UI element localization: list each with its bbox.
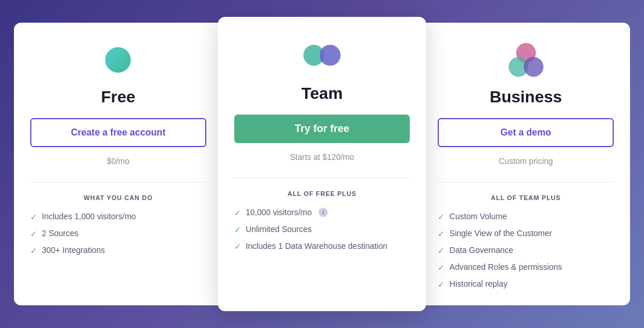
feature-text: Historical replay xyxy=(449,279,507,288)
business-plan-name: Business xyxy=(489,88,562,106)
list-item: ✓ 2 Sources xyxy=(30,229,206,238)
list-item: ✓ Single View of the Customer xyxy=(438,229,614,238)
free-divider xyxy=(30,182,206,183)
free-plan-name: Free xyxy=(101,88,135,106)
check-icon: ✓ xyxy=(438,246,445,255)
team-section-label: ALL OF FREE PLUS xyxy=(288,190,356,197)
team-cta-button[interactable]: Try for free xyxy=(234,115,410,143)
business-section-label: ALL OF TEAM PLUS xyxy=(491,194,561,201)
business-plan-price: Custom pricing xyxy=(499,156,553,166)
plan-card-free: Free Create a free account $0/mo WHAT YO… xyxy=(14,23,223,305)
team-plan-name: Team xyxy=(301,84,342,103)
list-item: ✓ Data Governance xyxy=(438,245,614,255)
business-cta-button[interactable]: Get a demo xyxy=(438,118,614,147)
check-icon: ✓ xyxy=(438,212,445,222)
list-item: ✓ Custom Volume xyxy=(438,212,614,222)
list-item: ✓ 300+ Integrations xyxy=(30,245,206,255)
check-icon: ✓ xyxy=(30,212,37,222)
check-icon: ✓ xyxy=(438,280,445,289)
info-icon[interactable]: i xyxy=(319,208,328,217)
check-icon: ✓ xyxy=(234,225,241,234)
list-item: ✓ Unlimited Sources xyxy=(234,224,410,234)
feature-text: Single View of the Customer xyxy=(449,229,552,238)
free-section-label: WHAT YOU CAN DO xyxy=(84,194,153,201)
feature-text: Custom Volume xyxy=(449,212,507,221)
team-features-list: ✓ 10,000 visitors/mo i ✓ Unlimited Sourc… xyxy=(234,208,410,251)
free-cta-button[interactable]: Create a free account xyxy=(30,118,206,147)
feature-text: Includes 1 Data Warehouse destination xyxy=(246,241,388,251)
list-item: ✓ Historical replay xyxy=(438,279,614,289)
free-plan-icon xyxy=(99,41,137,79)
feature-text: Data Governance xyxy=(449,245,513,255)
business-divider xyxy=(438,182,614,183)
feature-text: Unlimited Sources xyxy=(246,224,312,234)
team-plan-icon xyxy=(303,38,341,75)
check-icon: ✓ xyxy=(234,242,241,251)
team-plan-price: Starts at $120/mo xyxy=(290,152,355,162)
business-features-list: ✓ Custom Volume ✓ Single View of the Cus… xyxy=(438,212,614,289)
plan-card-team: Team Try for free Starts at $120/mo ALL … xyxy=(218,17,427,311)
business-plan-icon xyxy=(507,41,545,79)
list-item: ✓ Includes 1,000 visitors/mo xyxy=(30,212,206,222)
check-icon: ✓ xyxy=(438,229,445,238)
feature-text: 300+ Integrations xyxy=(42,245,105,255)
pricing-section: Free Create a free account $0/mo WHAT YO… xyxy=(14,23,630,305)
list-item: ✓ Includes 1 Data Warehouse destination xyxy=(234,241,410,251)
check-icon: ✓ xyxy=(30,246,37,255)
list-item: ✓ 10,000 visitors/mo i xyxy=(234,208,410,218)
list-item: ✓ Advanced Roles & permissions xyxy=(438,262,614,272)
feature-text: Advanced Roles & permissions xyxy=(449,262,562,272)
check-icon: ✓ xyxy=(438,263,445,272)
feature-text: Includes 1,000 visitors/mo xyxy=(42,212,136,221)
plan-card-business: Business Get a demo Custom pricing ALL O… xyxy=(421,23,630,305)
check-icon: ✓ xyxy=(234,208,241,218)
free-features-list: ✓ Includes 1,000 visitors/mo ✓ 2 Sources… xyxy=(30,212,206,255)
team-divider xyxy=(234,178,410,179)
feature-text: 2 Sources xyxy=(42,229,78,238)
free-plan-price: $0/mo xyxy=(107,156,130,166)
check-icon: ✓ xyxy=(30,229,37,238)
feature-text: 10,000 visitors/mo xyxy=(246,208,312,217)
